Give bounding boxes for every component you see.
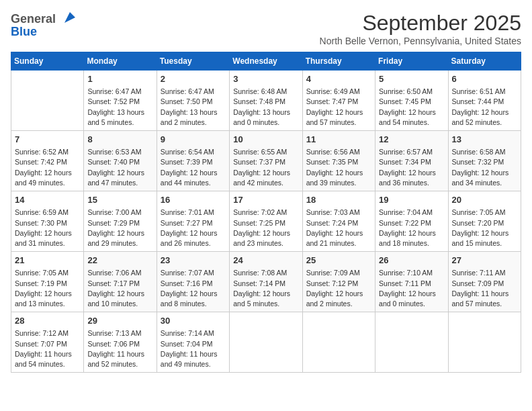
calendar-cell: 24Sunrise: 7:08 AM Sunset: 7:14 PM Dayli… <box>230 252 302 312</box>
calendar-cell: 26Sunrise: 7:10 AM Sunset: 7:11 PM Dayli… <box>375 252 448 312</box>
day-info: Sunrise: 7:13 AM Sunset: 7:06 PM Dayligh… <box>87 328 152 369</box>
calendar-cell: 27Sunrise: 7:11 AM Sunset: 7:09 PM Dayli… <box>448 252 521 312</box>
day-number: 18 <box>306 194 371 206</box>
day-info: Sunrise: 6:47 AM Sunset: 7:50 PM Dayligh… <box>161 87 226 128</box>
day-info: Sunrise: 7:09 AM Sunset: 7:12 PM Dayligh… <box>306 268 371 309</box>
day-info: Sunrise: 7:05 AM Sunset: 7:19 PM Dayligh… <box>15 268 80 309</box>
day-number: 22 <box>87 255 152 267</box>
day-number: 17 <box>233 194 298 206</box>
svg-marker-0 <box>64 12 75 23</box>
calendar-cell: 1Sunrise: 6:47 AM Sunset: 7:52 PM Daylig… <box>84 71 157 131</box>
calendar-cell: 28Sunrise: 7:12 AM Sunset: 7:07 PM Dayli… <box>11 312 84 373</box>
day-info: Sunrise: 7:00 AM Sunset: 7:29 PM Dayligh… <box>87 208 152 248</box>
page-header: General Blue September 2025 North Belle … <box>11 11 521 46</box>
day-number: 7 <box>15 134 80 146</box>
day-info: Sunrise: 6:56 AM Sunset: 7:35 PM Dayligh… <box>306 147 371 188</box>
day-number: 27 <box>452 255 517 267</box>
day-number: 23 <box>161 255 226 267</box>
calendar-cell: 13Sunrise: 6:58 AM Sunset: 7:32 PM Dayli… <box>448 131 521 191</box>
day-number: 12 <box>379 134 444 146</box>
calendar-cell: 11Sunrise: 6:56 AM Sunset: 7:35 PM Dayli… <box>302 131 375 191</box>
calendar-cell: 7Sunrise: 6:52 AM Sunset: 7:42 PM Daylig… <box>11 131 84 191</box>
day-number: 8 <box>87 134 152 146</box>
day-number: 9 <box>161 134 226 146</box>
calendar-cell: 14Sunrise: 6:59 AM Sunset: 7:30 PM Dayli… <box>11 191 84 252</box>
day-number: 2 <box>161 73 226 85</box>
logo-arrow-icon <box>63 11 77 24</box>
day-number: 16 <box>161 194 226 206</box>
day-info: Sunrise: 7:04 AM Sunset: 7:22 PM Dayligh… <box>379 208 444 248</box>
calendar-cell: 25Sunrise: 7:09 AM Sunset: 7:12 PM Dayli… <box>302 252 375 312</box>
day-number: 13 <box>452 134 517 146</box>
calendar-cell: 17Sunrise: 7:02 AM Sunset: 7:25 PM Dayli… <box>230 191 302 252</box>
column-header-sunday: Sunday <box>11 52 84 71</box>
day-number: 1 <box>87 73 152 85</box>
day-info: Sunrise: 7:01 AM Sunset: 7:27 PM Dayligh… <box>161 208 226 248</box>
week-row-3: 14Sunrise: 6:59 AM Sunset: 7:30 PM Dayli… <box>11 191 521 252</box>
calendar-cell: 20Sunrise: 7:05 AM Sunset: 7:20 PM Dayli… <box>448 191 521 252</box>
calendar-table: SundayMondayTuesdayWednesdayThursdayFrid… <box>11 52 521 373</box>
week-row-5: 28Sunrise: 7:12 AM Sunset: 7:07 PM Dayli… <box>11 312 521 373</box>
day-info: Sunrise: 6:53 AM Sunset: 7:40 PM Dayligh… <box>87 147 152 188</box>
day-number: 10 <box>233 134 298 146</box>
calendar-body: 1Sunrise: 6:47 AM Sunset: 7:52 PM Daylig… <box>11 71 521 373</box>
day-number: 20 <box>452 194 517 206</box>
day-number: 3 <box>233 73 298 85</box>
calendar-cell: 6Sunrise: 6:51 AM Sunset: 7:44 PM Daylig… <box>448 71 521 131</box>
week-row-2: 7Sunrise: 6:52 AM Sunset: 7:42 PM Daylig… <box>11 131 521 191</box>
day-info: Sunrise: 7:07 AM Sunset: 7:16 PM Dayligh… <box>161 268 226 309</box>
calendar-cell: 21Sunrise: 7:05 AM Sunset: 7:19 PM Dayli… <box>11 252 84 312</box>
calendar-location: North Belle Vernon, Pennsylvania, United… <box>320 36 521 46</box>
day-number: 19 <box>379 194 444 206</box>
day-info: Sunrise: 7:10 AM Sunset: 7:11 PM Dayligh… <box>379 268 444 309</box>
calendar-cell: 4Sunrise: 6:49 AM Sunset: 7:47 PM Daylig… <box>302 71 375 131</box>
calendar-cell <box>230 312 302 373</box>
calendar-cell: 5Sunrise: 6:50 AM Sunset: 7:45 PM Daylig… <box>375 71 448 131</box>
day-number: 5 <box>379 73 444 85</box>
week-row-1: 1Sunrise: 6:47 AM Sunset: 7:52 PM Daylig… <box>11 71 521 131</box>
day-info: Sunrise: 7:06 AM Sunset: 7:17 PM Dayligh… <box>87 268 152 309</box>
day-number: 11 <box>306 134 371 146</box>
calendar-cell <box>375 312 448 373</box>
day-info: Sunrise: 7:12 AM Sunset: 7:07 PM Dayligh… <box>15 328 80 369</box>
day-info: Sunrise: 6:49 AM Sunset: 7:47 PM Dayligh… <box>306 87 371 128</box>
logo-general-text: General <box>11 12 56 26</box>
day-info: Sunrise: 6:57 AM Sunset: 7:34 PM Dayligh… <box>379 147 444 188</box>
day-info: Sunrise: 7:05 AM Sunset: 7:20 PM Dayligh… <box>452 208 517 248</box>
column-header-friday: Friday <box>375 52 448 71</box>
day-info: Sunrise: 7:03 AM Sunset: 7:24 PM Dayligh… <box>306 208 371 248</box>
calendar-header-row: SundayMondayTuesdayWednesdayThursdayFrid… <box>11 52 521 71</box>
logo: General Blue <box>11 11 77 38</box>
day-info: Sunrise: 7:02 AM Sunset: 7:25 PM Dayligh… <box>233 208 298 248</box>
calendar-cell <box>11 71 84 131</box>
day-info: Sunrise: 6:51 AM Sunset: 7:44 PM Dayligh… <box>452 87 517 128</box>
day-info: Sunrise: 6:59 AM Sunset: 7:30 PM Dayligh… <box>15 208 80 248</box>
day-number: 15 <box>87 194 152 206</box>
title-block: September 2025 North Belle Vernon, Penns… <box>320 11 521 46</box>
calendar-cell: 18Sunrise: 7:03 AM Sunset: 7:24 PM Dayli… <box>302 191 375 252</box>
day-number: 14 <box>15 194 80 206</box>
day-number: 4 <box>306 73 371 85</box>
week-row-4: 21Sunrise: 7:05 AM Sunset: 7:19 PM Dayli… <box>11 252 521 312</box>
calendar-cell: 29Sunrise: 7:13 AM Sunset: 7:06 PM Dayli… <box>84 312 157 373</box>
day-number: 29 <box>87 315 152 327</box>
day-number: 21 <box>15 255 80 267</box>
day-number: 28 <box>15 315 80 327</box>
calendar-cell <box>448 312 521 373</box>
calendar-title: September 2025 <box>320 11 521 36</box>
day-info: Sunrise: 6:55 AM Sunset: 7:37 PM Dayligh… <box>233 147 298 188</box>
day-info: Sunrise: 6:52 AM Sunset: 7:42 PM Dayligh… <box>15 147 80 188</box>
column-header-wednesday: Wednesday <box>230 52 302 71</box>
day-info: Sunrise: 6:54 AM Sunset: 7:39 PM Dayligh… <box>161 147 226 188</box>
day-number: 25 <box>306 255 371 267</box>
day-info: Sunrise: 7:14 AM Sunset: 7:04 PM Dayligh… <box>161 328 226 369</box>
calendar-cell: 15Sunrise: 7:00 AM Sunset: 7:29 PM Dayli… <box>84 191 157 252</box>
calendar-cell: 16Sunrise: 7:01 AM Sunset: 7:27 PM Dayli… <box>157 191 229 252</box>
column-header-monday: Monday <box>84 52 157 71</box>
day-number: 30 <box>161 315 226 327</box>
column-header-tuesday: Tuesday <box>157 52 229 71</box>
day-info: Sunrise: 6:50 AM Sunset: 7:45 PM Dayligh… <box>379 87 444 128</box>
day-number: 24 <box>233 255 298 267</box>
day-info: Sunrise: 6:48 AM Sunset: 7:48 PM Dayligh… <box>233 87 298 128</box>
calendar-cell <box>302 312 375 373</box>
